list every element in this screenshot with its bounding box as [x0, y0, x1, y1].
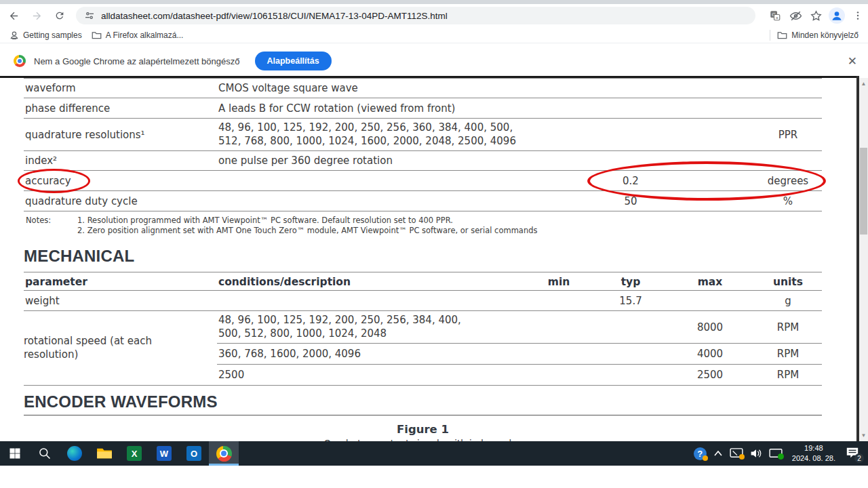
cond-cell: 48, 96, 100, 125, 192, 200, 250, 256, 36…: [217, 119, 522, 151]
start-button[interactable]: [0, 441, 30, 466]
taskbar-word-button[interactable]: W: [149, 441, 179, 466]
excel-icon: X: [127, 446, 142, 461]
param-cell: rotational speed (at each resolution): [24, 311, 217, 385]
browser-toolbar: alldatasheet.com/datasheet-pdf/view/1061…: [0, 4, 868, 27]
screenshot-bottom-padding: [0, 466, 868, 488]
reload-icon: [54, 10, 65, 21]
forward-arrow-icon: [31, 10, 43, 22]
param-cell: index²: [24, 152, 217, 169]
cond-cell: CMOS voltage square wave: [217, 79, 522, 97]
eye-off-icon: [789, 9, 802, 22]
file-explorer-icon: [96, 447, 113, 460]
table-row: phase difference A leads B for CCW rotat…: [24, 98, 822, 119]
action-center-button[interactable]: 2: [845, 446, 861, 461]
notes-label: Notes:: [26, 216, 77, 236]
system-tray: ? 19: [694, 443, 868, 464]
bookmark-label: Getting samples: [23, 30, 82, 40]
table-subrow: 48, 96, 100, 125, 192, 200, 250, 256, 38…: [217, 311, 822, 344]
star-icon: [810, 9, 823, 22]
encoder-waveforms-heading: ENCODER WAVEFORMS: [24, 392, 218, 411]
orange-badge: [739, 454, 745, 460]
bookmark-folder-firefox[interactable]: A Firefox alkalmazá...: [92, 30, 184, 40]
windows-logo-icon: [9, 447, 21, 460]
taskbar-file-explorer-button[interactable]: [90, 441, 119, 466]
set-default-button[interactable]: Alapbeállítás: [255, 52, 332, 70]
preview-hidden-button[interactable]: [785, 6, 806, 25]
table-row: quadrature resolutions¹ 48, 96, 100, 125…: [24, 119, 822, 151]
site-settings-tune-icon: [84, 10, 95, 21]
red-circle-annotation-value: [587, 161, 826, 201]
help-tray-icon[interactable]: ?: [694, 447, 707, 460]
all-bookmarks-label: Minden könyvjelző: [791, 30, 859, 40]
address-bar[interactable]: alldatasheet.com/datasheet-pdf/view/1061…: [76, 7, 755, 24]
translate-button[interactable]: G a: [765, 6, 785, 25]
word-icon: W: [157, 446, 172, 461]
infobar-close-icon[interactable]: ✕: [848, 54, 857, 68]
table-row: weight 15.7 g: [24, 291, 822, 311]
cond-cell: [217, 178, 522, 184]
person-bust-icon: [9, 30, 19, 40]
translate-icon: G a: [769, 9, 781, 22]
figure-caption: Figure 1: [24, 423, 822, 436]
green-badge: [778, 453, 784, 460]
cond-cell: one pulse per 360 degree rotation: [217, 152, 522, 169]
param-cell: quadrature resolutions¹: [24, 126, 217, 144]
cond-cell: A leads B for CCW rotation (viewed from …: [217, 100, 522, 117]
taskbar-excel-button[interactable]: X: [119, 441, 149, 466]
back-arrow-icon: [8, 10, 20, 22]
pen-display-tray-icon[interactable]: [730, 448, 743, 459]
speaker-icon: [750, 448, 762, 459]
notification-count-badge: 2: [854, 453, 864, 463]
notes-block: Notes: 1. Resolution programmed with AMT…: [26, 216, 537, 236]
edge-icon: [67, 446, 82, 461]
volume-tray-icon[interactable]: [750, 448, 762, 459]
pdf-page: waveform CMOS voltage square wave phase …: [0, 78, 856, 441]
taskbar-clock[interactable]: 19:48 2024. 08. 28.: [792, 443, 835, 464]
vertical-scrollbar[interactable]: ▲ ▼: [859, 78, 868, 441]
taskbar-edge-button[interactable]: [60, 441, 90, 466]
bookmark-star-button[interactable]: [806, 6, 826, 25]
back-button[interactable]: [4, 6, 23, 25]
outlook-icon: O: [186, 446, 201, 461]
bookmark-getting-samples[interactable]: Getting samples: [9, 30, 82, 40]
param-cell: weight: [24, 292, 217, 310]
rotational-speed-group: rotational speed (at each resolution) 48…: [24, 311, 822, 386]
param-cell: phase difference: [24, 100, 217, 117]
table-subrow: 360, 768, 1600, 2000, 4096 4000 RPM: [217, 344, 822, 365]
search-button[interactable]: [30, 441, 60, 466]
cond-cell: [217, 199, 522, 204]
param-cell: waveform: [24, 79, 217, 97]
windows-taskbar: X W O ?: [0, 441, 868, 466]
default-browser-infobar: Nem a Google Chrome az alapértelmezett b…: [0, 46, 868, 76]
url-text[interactable]: alldatasheet.com/datasheet-pdf/view/1061…: [101, 11, 448, 21]
clock-date: 2024. 08. 28.: [792, 453, 835, 464]
table-row: waveform CMOS voltage square wave: [24, 79, 822, 98]
bookmarks-bar: Getting samples A Firefox alkalmazá... M…: [0, 27, 868, 43]
taskbar-outlook-button[interactable]: O: [179, 441, 209, 466]
show-hidden-icons-chevron[interactable]: [713, 450, 723, 457]
kebab-menu-icon: [852, 10, 863, 21]
red-circle-annotation-accuracy: [18, 169, 90, 193]
folder-icon: [777, 30, 787, 39]
forward-button[interactable]: [27, 6, 46, 25]
search-icon: [38, 447, 52, 460]
chevron-up-icon: [713, 450, 723, 457]
param-cell: quadrature duty cycle: [24, 192, 217, 210]
scroll-up-arrow[interactable]: ▲: [859, 79, 868, 88]
scrollbar-thumb[interactable]: [860, 148, 867, 235]
profile-avatar[interactable]: [829, 7, 845, 24]
scroll-down-arrow[interactable]: ▼: [859, 431, 868, 440]
notes-text: 1. Resolution programmed with AMT Viewpo…: [77, 216, 537, 236]
bookmarks-divider: [770, 30, 770, 41]
mechanical-table: parameter conditions/description min typ…: [24, 272, 822, 386]
all-bookmarks-button[interactable]: Minden könyvjelző: [777, 30, 859, 40]
mechanical-heading: MECHANICAL: [24, 247, 134, 266]
table-header-row: parameter conditions/description min typ…: [24, 272, 822, 291]
folder-icon: [92, 30, 102, 39]
reload-button[interactable]: [50, 6, 69, 25]
heading-underline: [24, 415, 822, 415]
network-tray-icon[interactable]: [769, 448, 783, 459]
clock-time: 19:48: [792, 443, 835, 453]
taskbar-chrome-button-active[interactable]: [209, 441, 239, 466]
browser-menu-button[interactable]: [848, 6, 868, 25]
